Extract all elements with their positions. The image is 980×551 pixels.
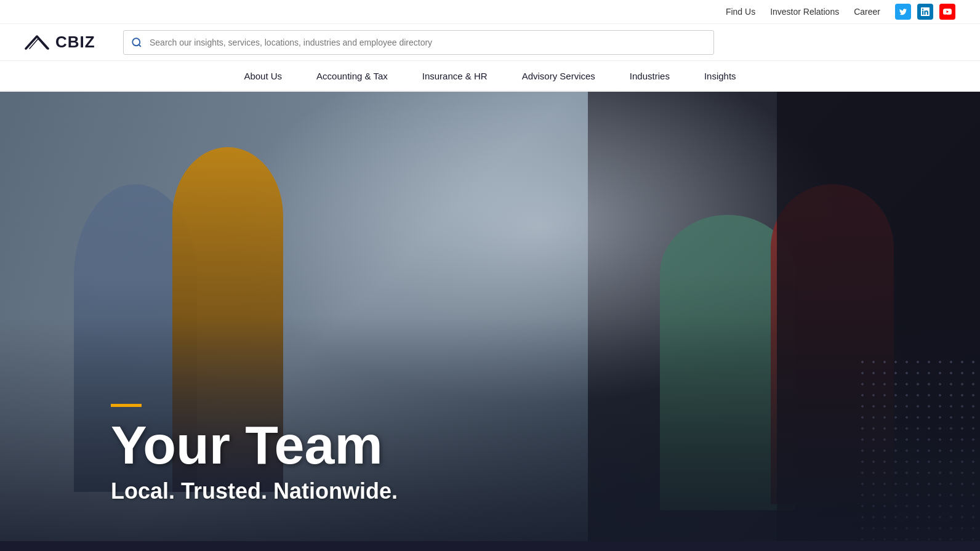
find-us-link[interactable]: Find Us (726, 7, 755, 17)
career-link[interactable]: Career (854, 7, 880, 17)
nav-item-advisory-services[interactable]: Advisory Services (505, 62, 612, 90)
logo-text: CBIZ (55, 33, 95, 52)
hero-accent-line (111, 404, 142, 407)
search-input[interactable] (150, 38, 713, 47)
twitter-icon[interactable] (895, 4, 911, 20)
nav-item-insights[interactable]: Insights (687, 62, 753, 90)
linkedin-icon[interactable] (917, 4, 933, 20)
nav-item-insurance-hr[interactable]: Insurance & HR (405, 62, 505, 90)
logo[interactable]: CBIZ (25, 33, 111, 52)
social-icons (895, 4, 955, 20)
youtube-icon[interactable] (939, 4, 955, 20)
hero-title: Your Team (111, 418, 398, 472)
hero-subtitle: Local. Trusted. Nationwide. (111, 478, 398, 504)
svg-point-0 (132, 38, 140, 46)
nav-item-industries[interactable]: Industries (612, 62, 687, 90)
nav-bar: About Us Accounting & Tax Insurance & HR… (0, 61, 980, 92)
hero-content: Your Team Local. Trusted. Nationwide. (111, 404, 398, 504)
utility-bar: Find Us Investor Relations Career (0, 0, 980, 24)
header: CBIZ (0, 24, 980, 61)
logo-icon (25, 34, 52, 51)
nav-item-about-us[interactable]: About Us (227, 62, 299, 90)
nav-item-accounting-tax[interactable]: Accounting & Tax (299, 62, 405, 90)
search-button[interactable] (124, 37, 150, 48)
hero-section: Your Team Local. Trusted. Nationwide. (0, 92, 980, 541)
search-bar (123, 30, 714, 55)
investor-relations-link[interactable]: Investor Relations (770, 7, 839, 17)
